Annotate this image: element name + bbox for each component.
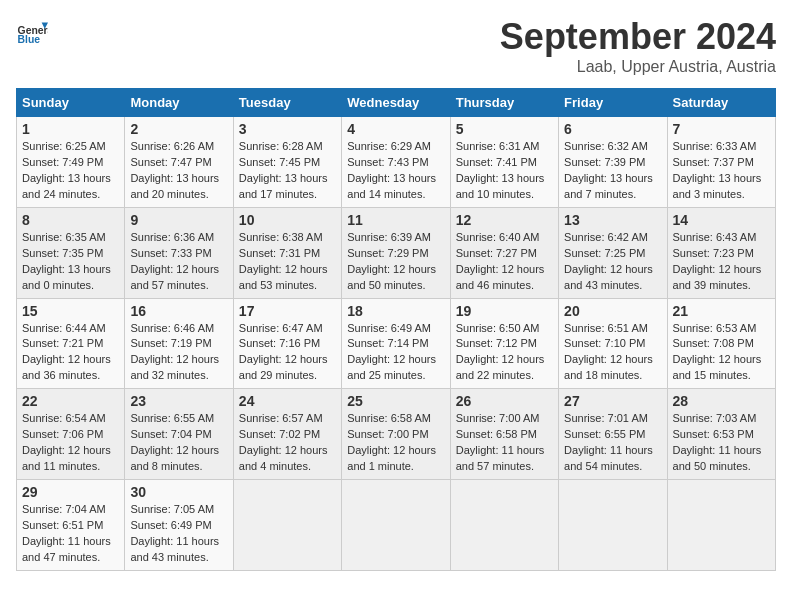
day-number: 28 [673,393,770,409]
day-number: 20 [564,303,661,319]
day-number: 21 [673,303,770,319]
column-header-tuesday: Tuesday [233,89,341,117]
day-number: 18 [347,303,444,319]
calendar-cell: 17Sunrise: 6:47 AM Sunset: 7:16 PM Dayli… [233,298,341,389]
calendar-cell: 18Sunrise: 6:49 AM Sunset: 7:14 PM Dayli… [342,298,450,389]
day-number: 15 [22,303,119,319]
day-number: 2 [130,121,227,137]
day-number: 9 [130,212,227,228]
day-number: 13 [564,212,661,228]
day-number: 7 [673,121,770,137]
day-info: Sunrise: 6:55 AM Sunset: 7:04 PM Dayligh… [130,411,227,475]
day-number: 12 [456,212,553,228]
calendar-cell [667,480,775,571]
day-info: Sunrise: 6:33 AM Sunset: 7:37 PM Dayligh… [673,139,770,203]
column-header-friday: Friday [559,89,667,117]
calendar-cell: 23Sunrise: 6:55 AM Sunset: 7:04 PM Dayli… [125,389,233,480]
day-info: Sunrise: 6:28 AM Sunset: 7:45 PM Dayligh… [239,139,336,203]
calendar-cell: 15Sunrise: 6:44 AM Sunset: 7:21 PM Dayli… [17,298,125,389]
calendar-cell: 7Sunrise: 6:33 AM Sunset: 7:37 PM Daylig… [667,117,775,208]
day-info: Sunrise: 6:42 AM Sunset: 7:25 PM Dayligh… [564,230,661,294]
calendar-cell: 24Sunrise: 6:57 AM Sunset: 7:02 PM Dayli… [233,389,341,480]
day-number: 30 [130,484,227,500]
day-number: 19 [456,303,553,319]
day-number: 6 [564,121,661,137]
calendar-cell [233,480,341,571]
calendar-cell: 20Sunrise: 6:51 AM Sunset: 7:10 PM Dayli… [559,298,667,389]
day-info: Sunrise: 6:57 AM Sunset: 7:02 PM Dayligh… [239,411,336,475]
day-info: Sunrise: 6:51 AM Sunset: 7:10 PM Dayligh… [564,321,661,385]
calendar-week-row: 22Sunrise: 6:54 AM Sunset: 7:06 PM Dayli… [17,389,776,480]
calendar-cell: 2Sunrise: 6:26 AM Sunset: 7:47 PM Daylig… [125,117,233,208]
calendar-cell: 10Sunrise: 6:38 AM Sunset: 7:31 PM Dayli… [233,207,341,298]
svg-text:Blue: Blue [18,34,41,45]
day-number: 26 [456,393,553,409]
calendar-week-row: 1Sunrise: 6:25 AM Sunset: 7:49 PM Daylig… [17,117,776,208]
calendar-cell: 27Sunrise: 7:01 AM Sunset: 6:55 PM Dayli… [559,389,667,480]
calendar-cell: 3Sunrise: 6:28 AM Sunset: 7:45 PM Daylig… [233,117,341,208]
day-number: 29 [22,484,119,500]
calendar-table: SundayMondayTuesdayWednesdayThursdayFrid… [16,88,776,571]
calendar-cell: 25Sunrise: 6:58 AM Sunset: 7:00 PM Dayli… [342,389,450,480]
column-header-sunday: Sunday [17,89,125,117]
calendar-cell: 26Sunrise: 7:00 AM Sunset: 6:58 PM Dayli… [450,389,558,480]
column-header-wednesday: Wednesday [342,89,450,117]
calendar-cell: 11Sunrise: 6:39 AM Sunset: 7:29 PM Dayli… [342,207,450,298]
day-info: Sunrise: 6:53 AM Sunset: 7:08 PM Dayligh… [673,321,770,385]
day-info: Sunrise: 6:36 AM Sunset: 7:33 PM Dayligh… [130,230,227,294]
day-number: 22 [22,393,119,409]
calendar-cell: 22Sunrise: 6:54 AM Sunset: 7:06 PM Dayli… [17,389,125,480]
calendar-cell: 28Sunrise: 7:03 AM Sunset: 6:53 PM Dayli… [667,389,775,480]
day-number: 16 [130,303,227,319]
day-number: 10 [239,212,336,228]
day-info: Sunrise: 7:01 AM Sunset: 6:55 PM Dayligh… [564,411,661,475]
calendar-cell: 29Sunrise: 7:04 AM Sunset: 6:51 PM Dayli… [17,480,125,571]
day-number: 8 [22,212,119,228]
day-number: 17 [239,303,336,319]
day-info: Sunrise: 6:50 AM Sunset: 7:12 PM Dayligh… [456,321,553,385]
month-title: September 2024 [500,16,776,58]
day-number: 25 [347,393,444,409]
day-info: Sunrise: 6:39 AM Sunset: 7:29 PM Dayligh… [347,230,444,294]
logo-icon: General Blue [16,16,48,48]
logo: General Blue [16,16,48,48]
day-info: Sunrise: 7:03 AM Sunset: 6:53 PM Dayligh… [673,411,770,475]
day-info: Sunrise: 6:49 AM Sunset: 7:14 PM Dayligh… [347,321,444,385]
day-info: Sunrise: 6:46 AM Sunset: 7:19 PM Dayligh… [130,321,227,385]
calendar-cell: 16Sunrise: 6:46 AM Sunset: 7:19 PM Dayli… [125,298,233,389]
calendar-cell [559,480,667,571]
day-info: Sunrise: 6:25 AM Sunset: 7:49 PM Dayligh… [22,139,119,203]
day-number: 3 [239,121,336,137]
day-info: Sunrise: 6:31 AM Sunset: 7:41 PM Dayligh… [456,139,553,203]
calendar-cell: 1Sunrise: 6:25 AM Sunset: 7:49 PM Daylig… [17,117,125,208]
calendar-cell: 19Sunrise: 6:50 AM Sunset: 7:12 PM Dayli… [450,298,558,389]
day-number: 4 [347,121,444,137]
calendar-cell [450,480,558,571]
day-info: Sunrise: 6:47 AM Sunset: 7:16 PM Dayligh… [239,321,336,385]
day-info: Sunrise: 6:35 AM Sunset: 7:35 PM Dayligh… [22,230,119,294]
day-info: Sunrise: 6:44 AM Sunset: 7:21 PM Dayligh… [22,321,119,385]
day-info: Sunrise: 6:40 AM Sunset: 7:27 PM Dayligh… [456,230,553,294]
day-info: Sunrise: 7:00 AM Sunset: 6:58 PM Dayligh… [456,411,553,475]
day-info: Sunrise: 6:38 AM Sunset: 7:31 PM Dayligh… [239,230,336,294]
day-info: Sunrise: 6:43 AM Sunset: 7:23 PM Dayligh… [673,230,770,294]
day-number: 5 [456,121,553,137]
day-number: 24 [239,393,336,409]
title-block: September 2024 Laab, Upper Austria, Aust… [500,16,776,76]
calendar-cell: 4Sunrise: 6:29 AM Sunset: 7:43 PM Daylig… [342,117,450,208]
calendar-cell: 12Sunrise: 6:40 AM Sunset: 7:27 PM Dayli… [450,207,558,298]
day-info: Sunrise: 7:04 AM Sunset: 6:51 PM Dayligh… [22,502,119,566]
day-info: Sunrise: 7:05 AM Sunset: 6:49 PM Dayligh… [130,502,227,566]
calendar-cell: 9Sunrise: 6:36 AM Sunset: 7:33 PM Daylig… [125,207,233,298]
column-header-thursday: Thursday [450,89,558,117]
day-info: Sunrise: 6:32 AM Sunset: 7:39 PM Dayligh… [564,139,661,203]
calendar-cell: 13Sunrise: 6:42 AM Sunset: 7:25 PM Dayli… [559,207,667,298]
day-number: 1 [22,121,119,137]
column-header-saturday: Saturday [667,89,775,117]
day-number: 14 [673,212,770,228]
calendar-cell: 30Sunrise: 7:05 AM Sunset: 6:49 PM Dayli… [125,480,233,571]
calendar-week-row: 29Sunrise: 7:04 AM Sunset: 6:51 PM Dayli… [17,480,776,571]
calendar-header-row: SundayMondayTuesdayWednesdayThursdayFrid… [17,89,776,117]
calendar-cell: 14Sunrise: 6:43 AM Sunset: 7:23 PM Dayli… [667,207,775,298]
day-number: 11 [347,212,444,228]
